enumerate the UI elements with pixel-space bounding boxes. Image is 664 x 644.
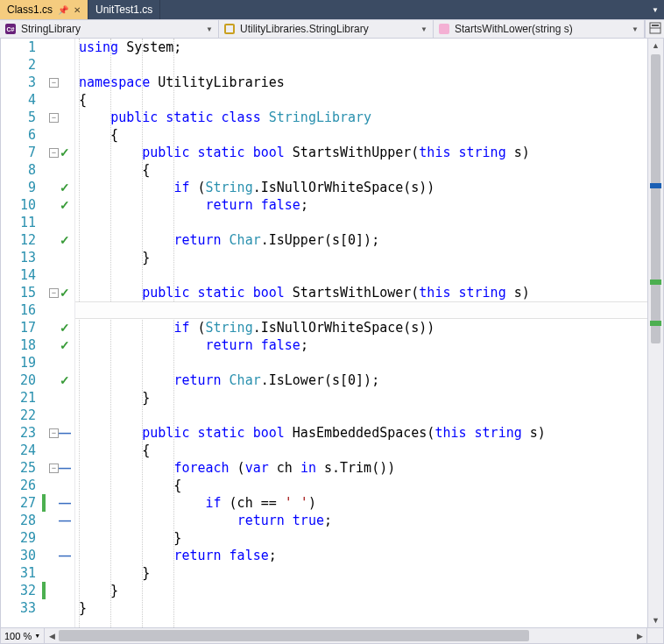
fold-toggle[interactable]: − [49, 464, 59, 473]
nav-member-dropdown[interactable]: StartsWithLower(string s) ▼ [434, 20, 645, 38]
code-line[interactable]: } [79, 564, 647, 582]
code-line[interactable]: } [79, 389, 647, 407]
scroll-thumb[interactable] [59, 630, 529, 641]
code-line[interactable]: public static class StringLibrary [79, 109, 647, 126]
scroll-marker [650, 183, 661, 188]
code-area[interactable]: using System;namespace UtilityLibraries{… [75, 39, 647, 627]
line-number: 8 [8, 162, 36, 178]
horizontal-scrollbar[interactable]: ◀ ▶ [44, 628, 647, 643]
change-indicator [42, 477, 46, 494]
fold-toggle [49, 236, 59, 245]
change-indicator [42, 354, 46, 372]
code-line[interactable]: using System; [79, 39, 647, 56]
code-line[interactable]: } [79, 582, 647, 599]
fold-toggle[interactable]: − [49, 78, 59, 88]
fold-toggle [49, 604, 59, 613]
code-line[interactable]: { [79, 477, 647, 494]
scroll-down-arrow-icon[interactable]: ▼ [648, 613, 663, 627]
code-line[interactable]: if (ch == ' ') [79, 494, 647, 512]
nav-project-dropdown[interactable]: C# StringLibrary ▼ [0, 20, 219, 38]
code-line[interactable]: { [79, 126, 647, 144]
code-line[interactable]: public static bool HasEmbeddedSpaces(thi… [79, 424, 647, 442]
vertical-scrollbar[interactable]: ▲ ▼ [647, 39, 663, 627]
scroll-marker [650, 280, 661, 285]
tab-label: UnitTest1.cs [95, 4, 152, 16]
code-line[interactable]: public static bool StartsWithLower(this … [79, 284, 647, 301]
line-number: 16 [8, 302, 36, 318]
gutter-line: 21 [1, 389, 74, 407]
pin-icon[interactable]: 📌 [58, 5, 68, 15]
fold-toggle [49, 271, 59, 280]
test-notrun-icon: — [59, 548, 71, 563]
code-line[interactable]: } [79, 249, 647, 266]
tab-class1[interactable]: Class1.cs 📌 ✕ [0, 0, 88, 19]
zoom-label: 100 % [4, 631, 32, 641]
change-indicator [42, 547, 46, 564]
gutter-line: 20✓ [1, 372, 74, 389]
code-line[interactable]: foreach (var ch in s.Trim()) [79, 459, 647, 477]
zoom-dropdown[interactable]: 100 % ▼ [1, 631, 44, 641]
code-line[interactable]: if (String.IsNullOrWhiteSpace(s)) [79, 179, 647, 196]
change-indicator [42, 91, 46, 109]
code-line[interactable]: return false; [79, 196, 647, 214]
code-line[interactable]: { [79, 91, 647, 109]
code-line[interactable] [79, 266, 647, 284]
fold-toggle[interactable]: − [49, 428, 59, 438]
fold-toggle[interactable]: − [49, 148, 59, 158]
code-line[interactable]: { [79, 301, 647, 319]
tab-unittest1[interactable]: UnitTest1.cs [88, 0, 160, 19]
gutter-line: 27— [1, 494, 74, 512]
scroll-left-arrow-icon[interactable]: ◀ [45, 628, 59, 643]
change-indicator [42, 161, 46, 179]
line-number: 20 [8, 372, 36, 388]
code-line[interactable]: } [79, 599, 647, 617]
code-line[interactable]: return false; [79, 547, 647, 564]
code-line[interactable] [79, 407, 647, 424]
nav-class-dropdown[interactable]: UtilityLibraries.StringLibrary ▼ [219, 20, 434, 38]
line-number: 14 [8, 267, 36, 283]
code-line[interactable]: { [79, 161, 647, 179]
code-line[interactable]: return false; [79, 336, 647, 354]
change-indicator [42, 179, 46, 196]
code-line[interactable]: return Char.IsLower(s[0]); [79, 372, 647, 389]
code-line[interactable]: return true; [79, 512, 647, 529]
code-line[interactable]: return Char.IsUpper(s[0]); [79, 231, 647, 249]
tab-dropdown-icon[interactable]: ▼ [652, 6, 659, 14]
gutter-line: 1 [1, 39, 74, 56]
gutter-line: 7−✓ [1, 144, 74, 161]
fold-toggle [49, 131, 59, 140]
line-number: 3 [8, 74, 36, 90]
code-line[interactable] [79, 354, 647, 372]
close-icon[interactable]: ✕ [74, 5, 81, 15]
fold-toggle[interactable]: − [49, 288, 59, 298]
change-indicator [42, 249, 46, 266]
change-indicator [42, 459, 46, 477]
scroll-thumb[interactable] [651, 54, 660, 343]
bottom-bar: 100 % ▼ ◀ ▶ [0, 628, 664, 644]
code-line[interactable]: public static bool StartsWithUpper(this … [79, 144, 647, 161]
fold-toggle [49, 393, 59, 403]
split-window-button[interactable] [645, 20, 664, 38]
fold-toggle[interactable]: − [49, 113, 59, 123]
scroll-up-arrow-icon[interactable]: ▲ [648, 39, 663, 53]
change-indicator [42, 389, 46, 407]
change-indicator [42, 336, 46, 354]
gutter-line: 12✓ [1, 231, 74, 249]
code-line[interactable]: { [79, 442, 647, 459]
code-line[interactable]: } [79, 529, 647, 547]
gutter-line: 9✓ [1, 179, 74, 196]
gutter-line: 26 [1, 477, 74, 494]
code-line[interactable] [79, 56, 647, 74]
fold-toggle [49, 358, 59, 368]
line-number: 4 [8, 92, 36, 108]
code-line[interactable]: if (String.IsNullOrWhiteSpace(s)) [79, 319, 647, 336]
change-indicator [42, 214, 46, 231]
gutter-line: 19 [1, 354, 74, 372]
class-icon [223, 23, 236, 35]
scroll-right-arrow-icon[interactable]: ▶ [632, 628, 646, 643]
code-line[interactable] [79, 214, 647, 231]
fold-toggle [49, 569, 59, 578]
code-line[interactable]: namespace UtilityLibraries [79, 74, 647, 91]
navigation-bar: C# StringLibrary ▼ UtilityLibraries.Stri… [0, 19, 664, 39]
test-pass-icon: ✓ [59, 338, 71, 352]
